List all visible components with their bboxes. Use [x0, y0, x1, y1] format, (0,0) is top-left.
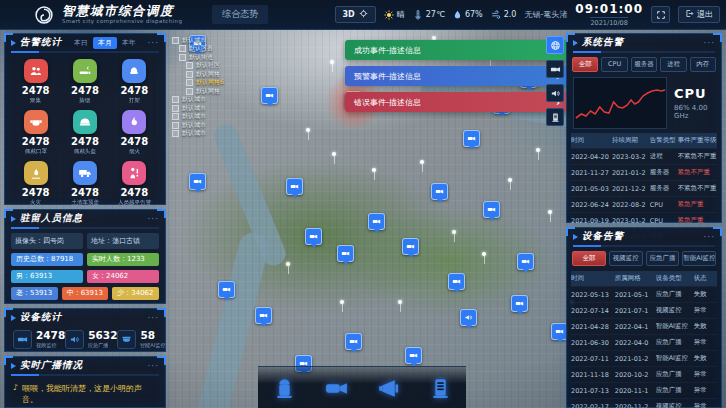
map-marker-camera[interactable]: [511, 295, 528, 312]
table-row[interactable]: 2022-04-202023-03-2进程不紧急不严重: [571, 148, 717, 164]
map-marker-camera[interactable]: [345, 333, 362, 350]
checkbox-icon[interactable]: [172, 130, 179, 137]
alarm-tab-本月[interactable]: 本月: [93, 37, 117, 49]
table-row[interactable]: 2021-06-302022-04-0应急广播异常: [571, 334, 717, 350]
map-marker-camera[interactable]: [286, 178, 303, 195]
alarm-card-佩戴口罩[interactable]: 2478佩戴口罩: [11, 110, 60, 156]
map-marker-camera[interactable]: [517, 253, 534, 270]
device-count: 2478: [36, 330, 65, 341]
more-icon[interactable]: ···: [147, 361, 159, 371]
alarm-card-佩戴头盔[interactable]: 2478佩戴头盔: [60, 110, 109, 156]
table-row[interactable]: 2021-05-032021-12-2服务器不紧急不严重: [571, 180, 717, 196]
system-alarm-tab-服务器[interactable]: 服务器: [631, 57, 657, 72]
map-marker-camera[interactable]: [463, 130, 480, 147]
alarm-card-土渣车顶盖[interactable]: 2478土渣车顶盖: [60, 161, 109, 207]
map-marker-camera[interactable]: [448, 273, 465, 290]
checkbox-icon[interactable]: [172, 113, 179, 120]
dock-cctv-icon[interactable]: [324, 376, 349, 401]
table-cell: 2021-07-13: [571, 387, 615, 395]
map-marker-camera[interactable]: [337, 245, 354, 262]
more-icon[interactable]: ···: [147, 214, 159, 224]
map-marker-camera[interactable]: [431, 183, 448, 200]
table-cell: 紧急严重: [678, 216, 717, 225]
more-icon[interactable]: ···: [703, 38, 715, 48]
table-row[interactable]: 2021-11-272021-01-2服务器紧急不严重: [571, 164, 717, 180]
dock-megaphone-icon[interactable]: [376, 376, 401, 401]
map-tool-cctv-icon[interactable]: [546, 60, 564, 78]
alarm-label: 佩戴头盔: [74, 148, 96, 156]
dock-kiosk-icon[interactable]: [428, 376, 453, 401]
map-marker-speaker[interactable]: [460, 309, 477, 326]
table-row[interactable]: 2021-09-192023-01-2CPU紧急严重: [571, 212, 717, 228]
table-row[interactable]: 2022-07-112021-01-2智能AI监控失败: [571, 350, 717, 366]
checkbox-icon[interactable]: [172, 37, 179, 44]
layer-tree-item[interactable]: 默认城市: [172, 130, 244, 139]
checkbox-icon[interactable]: [179, 54, 186, 61]
alarm-card-聚集[interactable]: 2478聚集: [11, 59, 60, 105]
table-row[interactable]: 2021-07-132020-11-1应急广播异常: [571, 382, 717, 398]
checkbox-icon[interactable]: [186, 71, 193, 78]
alarm-card-打架[interactable]: 2478打架: [110, 59, 159, 105]
device-alarm-tab-智能AI监控[interactable]: 智能AI监控: [682, 251, 716, 266]
map-marker-camera[interactable]: [368, 213, 385, 230]
table-row[interactable]: 2022-02-172020-11-2视频监控异常: [571, 398, 717, 408]
alarm-count: 2478: [71, 136, 99, 147]
checkbox-icon[interactable]: [186, 88, 193, 95]
fullscreen-button[interactable]: [651, 6, 670, 23]
tab-overall-situation[interactable]: 综合态势: [212, 5, 268, 24]
device-alarm-tab-视频监控[interactable]: 视频监控: [609, 251, 643, 266]
table-row[interactable]: 2021-04-282022-04-1智能AI监控失败: [571, 318, 717, 334]
checkbox-icon[interactable]: [186, 62, 193, 69]
layer-tree-item[interactable]: 默认社区: [172, 62, 244, 71]
map-marker-camera[interactable]: [405, 347, 422, 364]
more-icon[interactable]: ···: [147, 313, 159, 323]
map-marker-camera[interactable]: [255, 307, 272, 324]
map-marker-camera[interactable]: [189, 173, 206, 190]
checkbox-icon[interactable]: [172, 96, 179, 103]
flame-icon: [122, 110, 146, 134]
more-icon[interactable]: ···: [703, 232, 715, 242]
panel-underline: [573, 245, 715, 247]
map-marker-camera[interactable]: [218, 281, 235, 298]
mode-3d-button[interactable]: 3D: [335, 6, 376, 23]
alarm-tab-本年[interactable]: 本年: [122, 38, 136, 48]
system-alarm-tab-CPU[interactable]: CPU: [601, 57, 627, 72]
map-tool-kiosk-icon[interactable]: [546, 108, 564, 126]
table-row[interactable]: 2022-06-242022-08-2CPU紧急严重: [571, 196, 717, 212]
table-row[interactable]: 2022-07-142021-07-1视频监控异常: [571, 302, 717, 318]
layer-tree-item[interactable]: 默认网格6: [172, 79, 244, 88]
checkbox-icon[interactable]: [172, 122, 179, 129]
checkbox-icon[interactable]: [179, 45, 186, 52]
map-marker-camera[interactable]: [305, 228, 322, 245]
map-marker-camera[interactable]: [261, 87, 278, 104]
checkbox-icon[interactable]: [172, 105, 179, 112]
exit-button[interactable]: 退出: [678, 6, 720, 23]
alarm-tab-本日[interactable]: 本日: [74, 38, 88, 48]
layer-tree-item[interactable]: 默认城市: [172, 96, 244, 105]
table-cell: 2022-07-14: [571, 307, 615, 315]
table-row[interactable]: 2021-11-182020-10-2应急广播异常: [571, 366, 717, 382]
system-alarm-tab-全部[interactable]: 全部: [572, 57, 598, 72]
alarm-card-人员越界告警[interactable]: 2478人员越界告警: [110, 161, 159, 207]
alarm-card-烟火[interactable]: 2478烟火: [110, 110, 159, 156]
system-alarm-tab-进程[interactable]: 进程: [660, 57, 686, 72]
toast-error[interactable]: 错误事件-描述信息›: [345, 92, 569, 112]
table-cell: 视频监控: [656, 306, 694, 315]
table-row[interactable]: 2022-05-132021-05-1应急广播失败: [571, 286, 717, 302]
alarm-card-火灾[interactable]: 2478火灾: [11, 161, 60, 207]
device-alarm-tab-应急广播[interactable]: 应急广播: [646, 251, 680, 266]
layer-tree-item[interactable]: 默认区县: [172, 45, 244, 54]
map-tool-speaker-icon[interactable]: [546, 84, 564, 102]
map-marker-camera[interactable]: [483, 201, 500, 218]
map-tool-globe-icon[interactable]: [546, 36, 564, 54]
layer-tree-item[interactable]: 默认城市: [172, 113, 244, 122]
more-icon[interactable]: ···: [147, 38, 159, 48]
checkbox-icon[interactable]: [186, 79, 193, 86]
alarm-card-抽烟[interactable]: 2478抽烟: [60, 59, 109, 105]
toast-warning[interactable]: 预警事件-描述信息›: [345, 66, 569, 86]
toast-success[interactable]: 成功事件-描述信息›: [345, 40, 569, 60]
device-alarm-tab-全部[interactable]: 全部: [572, 251, 606, 266]
dock-hydrant-icon[interactable]: [272, 376, 297, 401]
map-marker-camera[interactable]: [402, 238, 419, 255]
system-alarm-tab-内存[interactable]: 内存: [690, 57, 716, 72]
